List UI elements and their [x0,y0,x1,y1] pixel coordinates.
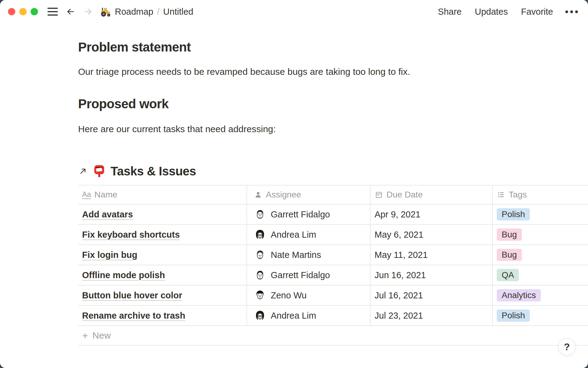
column-label: Assignee [266,190,301,200]
minimize-window-button[interactable] [19,8,27,15]
avatar [254,249,266,261]
forward-button[interactable] [83,6,93,17]
column-header-tags[interactable]: Tags [493,186,588,204]
due-date-cell[interactable]: Jul 16, 2021 [371,286,493,305]
tags-cell[interactable]: Bug [493,225,588,244]
updates-button[interactable]: Updates [475,7,508,17]
due-date-cell[interactable]: Apr 9, 2021 [371,205,493,224]
plus-icon: + [82,330,88,341]
zoom-window-button[interactable] [31,8,38,15]
help-question-mark: ? [564,341,570,353]
assignee-name: Andrea Lim [271,230,316,240]
column-label: Due Date [386,190,423,200]
paragraph-problem: Our triage process needs to be revamped … [78,65,588,79]
tag-pill: Polish [497,309,530,322]
table-row: Button blue hover color Zeno Wu Jul 16, … [78,285,588,305]
task-name-cell[interactable]: Rename archive to trash [78,306,247,325]
task-name-cell[interactable]: Fix keyboard shortcuts [78,225,247,244]
assignee-cell[interactable]: Andrea Lim [247,306,371,325]
task-name-cell[interactable]: Button blue hover color [78,286,247,305]
due-date-cell[interactable]: Jul 23, 2021 [371,306,493,325]
tractor-emoji-icon [100,6,112,18]
assignee-name: Garrett Fidalgo [271,270,330,280]
breadcrumb-separator: / [157,7,160,17]
postbox-emoji-icon [92,164,106,178]
column-label: Name [94,190,117,200]
assignee-cell[interactable]: Zeno Wu [247,286,371,305]
more-options-button[interactable] [565,10,578,13]
tasks-table: Aa Name Assignee Due Date [78,185,588,346]
assignee-cell[interactable]: Nate Martins [247,245,371,265]
column-header-assignee[interactable]: Assignee [247,186,371,204]
tag-pill: QA [497,269,519,282]
sidebar-menu-icon[interactable] [47,8,58,16]
paragraph-proposed: Here are our current tasks that need add… [78,122,588,136]
tag-pill: Polish [497,208,530,221]
avatar [254,228,266,241]
task-name-cell[interactable]: Fix login bug [78,245,247,265]
person-icon [254,190,262,199]
tag-pill: Bug [497,249,522,261]
text-property-icon: Aa [82,190,91,199]
app-window: Roadmap / Untitled Share Updates Favorit… [0,0,588,368]
open-as-page-arrow-icon[interactable] [78,166,88,176]
tag-pill: Bug [497,228,522,241]
tags-cell[interactable]: Polish [493,306,588,325]
avatar [254,208,266,220]
task-name-cell[interactable]: Add avatars [78,205,247,224]
collection-title[interactable]: Tasks & Issues [111,164,196,178]
table-row: Add avatars Garrett Fidalgo Apr 9, 2021 … [78,204,588,224]
assignee-cell[interactable]: Garrett Fidalgo [247,205,371,224]
assignee-cell[interactable]: Garrett Fidalgo [247,265,371,285]
arrow-left-icon [66,7,75,16]
column-label: Tags [509,190,527,200]
avatar [254,309,266,322]
tag-pill: Analytics [497,289,541,302]
table-row: Fix login bug Nate Martins May 11, 2021 … [78,244,588,265]
tags-cell[interactable]: Analytics [493,286,588,305]
due-date-cell[interactable]: May 6, 2021 [371,225,493,244]
collection-header: Tasks & Issues [78,162,588,180]
calendar-icon [375,190,383,199]
task-name-cell[interactable]: Offline mode polish [78,265,247,285]
back-button[interactable] [65,6,76,17]
list-icon [497,190,505,199]
assignee-name: Zeno Wu [271,290,307,301]
table-row: Fix keyboard shortcuts Andrea Lim May 6,… [78,224,588,244]
close-window-button[interactable] [8,8,15,15]
help-button[interactable]: ? [558,338,575,355]
breadcrumb-current[interactable]: Untitled [163,7,193,17]
due-date-cell[interactable]: May 11, 2021 [371,245,493,265]
avatar [254,269,266,281]
column-header-due-date[interactable]: Due Date [371,186,493,204]
due-date-cell[interactable]: Jun 16, 2021 [371,265,493,285]
table-row: Offline mode polish Garrett Fidalgo Jun … [78,265,588,285]
assignee-name: Garrett Fidalgo [271,209,330,220]
traffic-lights [8,8,38,15]
assignee-cell[interactable]: Andrea Lim [247,225,371,244]
assignee-name: Andrea Lim [271,311,316,321]
breadcrumb-page[interactable]: Roadmap [115,7,153,17]
share-button[interactable]: Share [438,7,462,17]
arrow-right-icon [84,7,93,16]
favorite-button[interactable]: Favorite [521,7,553,17]
add-new-row-button[interactable]: + New [78,326,588,345]
new-row-label: New [92,330,111,341]
section-heading-problem: Problem statement [78,39,588,56]
tags-cell[interactable]: Bug [493,245,588,265]
tags-cell[interactable]: QA [493,265,588,285]
table-header-row: Aa Name Assignee Due Date [78,185,588,204]
table-row: Rename archive to trash Andrea Lim Jul 2… [78,305,588,325]
avatar [254,289,266,301]
new-row: + New [78,325,588,346]
topbar: Roadmap / Untitled Share Updates Favorit… [0,0,588,23]
page-content: Problem statement Our triage process nee… [0,39,588,346]
column-header-name[interactable]: Aa Name [78,186,247,204]
section-heading-proposed: Proposed work [78,95,588,112]
tags-cell[interactable]: Polish [493,205,588,224]
assignee-name: Nate Martins [271,250,321,260]
